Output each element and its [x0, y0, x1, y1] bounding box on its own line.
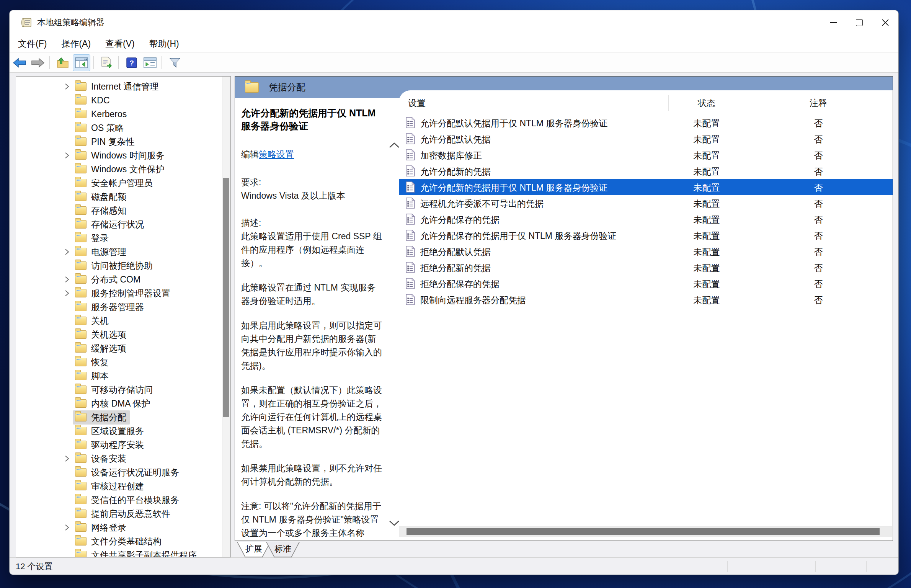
show-console-tree-button[interactable]: [73, 54, 90, 71]
tree-scrollbar[interactable]: [222, 77, 230, 557]
tree-item[interactable]: 内核 DMA 保护: [16, 397, 222, 410]
policy-setting-icon: [406, 117, 415, 128]
policy-row[interactable]: 远程机允许委派不可导出的凭据 未配置 否: [399, 195, 893, 211]
status-text: 12 个设置: [16, 561, 53, 572]
tree-item[interactable]: 文件分类基础结构: [16, 534, 222, 548]
policy-name: 限制向远程服务器分配凭据: [420, 294, 526, 306]
up-one-level-button[interactable]: [54, 55, 71, 71]
tree-item[interactable]: 恢复: [16, 355, 222, 369]
tree-item[interactable]: 访问被拒绝协助: [16, 259, 222, 273]
policy-row[interactable]: 加密数据库修正 未配置 否: [399, 147, 893, 163]
title-bar[interactable]: 本地组策略编辑器: [10, 10, 898, 35]
up-folder-icon: [56, 57, 69, 69]
settings-list: 设置 状态 注释: [399, 90, 893, 541]
svg-text:?: ?: [129, 59, 134, 67]
policy-row[interactable]: 限制向远程服务器分配凭据 未配置 否: [399, 292, 893, 308]
help-button[interactable]: ?: [123, 55, 140, 71]
tree-item-label: Windows 时间服务: [91, 150, 165, 162]
tree-item[interactable]: 区域设置服务: [16, 424, 222, 438]
close-button[interactable]: [872, 10, 898, 35]
policy-state: 未配置: [668, 182, 745, 194]
tree-item[interactable]: 凭据分配: [16, 410, 222, 424]
description-paragraph: 如果未配置（默认情况下）此策略设置，则在正确的相互身份验证之后，允许向运行在任何…: [241, 384, 382, 451]
menu-item[interactable]: 帮助(H): [143, 36, 185, 52]
tree-item[interactable]: 电源管理: [16, 245, 222, 259]
tab-standard[interactable]: 标准: [266, 542, 300, 557]
policy-row[interactable]: 允许分配新的凭据用于仅 NTLM 服务器身份验证 未配置 否: [399, 179, 893, 195]
column-header-state[interactable]: 状态: [668, 97, 745, 109]
policy-row[interactable]: 允许分配保存的凭据用于仅 NTLM 服务器身份验证 未配置 否: [399, 227, 893, 243]
policy-comment: 否: [745, 198, 892, 210]
chevron-down-icon: [389, 520, 400, 526]
tree-item[interactable]: 可移动存储访问: [16, 383, 222, 397]
policy-row[interactable]: 拒绝分配默认凭据 未配置 否: [399, 243, 893, 260]
tree-item[interactable]: 存储感知: [16, 204, 222, 217]
policy-row[interactable]: 允许分配保存的凭据 未配置 否: [399, 211, 893, 227]
tree-item[interactable]: 网络登录: [16, 521, 222, 534]
column-header-setting[interactable]: 设置: [408, 97, 426, 109]
tree-item[interactable]: 提前启动反恶意软件: [16, 507, 222, 521]
tree-scrollbar-thumb[interactable]: [223, 178, 229, 417]
tree-item[interactable]: 脚本: [16, 369, 222, 383]
tab-extended[interactable]: 扩展: [237, 542, 271, 557]
menu-item[interactable]: 文件(F): [12, 36, 53, 52]
filter-button[interactable]: [167, 55, 183, 71]
tree-item[interactable]: Kerberos: [16, 107, 222, 121]
export-list-button[interactable]: [98, 55, 115, 71]
forward-button[interactable]: [29, 55, 46, 71]
column-header-comment[interactable]: 注释: [745, 97, 892, 109]
tree-item[interactable]: OS 策略: [16, 121, 222, 135]
minimize-button[interactable]: [820, 10, 846, 35]
tree-item[interactable]: 服务器管理器: [16, 300, 222, 314]
policy-row[interactable]: 拒绝分配保存的凭据 未配置 否: [399, 276, 893, 292]
tree-item[interactable]: 驱动程序安装: [16, 438, 222, 452]
chevron-right-icon[interactable]: [61, 248, 73, 255]
toolbar-separator: [49, 56, 50, 69]
description-label: 描述:: [241, 216, 382, 230]
tree-item[interactable]: 磁盘配额: [16, 190, 222, 204]
edit-policy-setting-link[interactable]: 策略设置: [259, 149, 294, 159]
tree-item[interactable]: 关机选项: [16, 328, 222, 341]
policy-row[interactable]: 允许分配默认凭据 未配置 否: [399, 131, 893, 147]
tree-item[interactable]: 设备安装: [16, 452, 222, 466]
tree-item[interactable]: 审核过程创建: [16, 479, 222, 493]
minimize-icon: [830, 22, 837, 23]
chevron-right-icon[interactable]: [61, 83, 73, 90]
chevron-right-icon[interactable]: [61, 524, 73, 531]
tree-item[interactable]: Internet 通信管理: [16, 80, 222, 93]
menu-item[interactable]: 查看(V): [99, 36, 141, 52]
policy-row[interactable]: 允许分配默认凭据用于仅 NTLM 服务器身份验证 未配置 否: [399, 115, 893, 131]
tree-item-label: 存储运行状况: [91, 219, 144, 230]
tree-item[interactable]: Windows 时间服务: [16, 149, 222, 162]
tree-item-label: 缓解选项: [91, 343, 126, 354]
menu-item[interactable]: 操作(A): [55, 36, 97, 52]
policy-row[interactable]: 拒绝分配新的凭据 未配置 否: [399, 260, 893, 276]
horizontal-scrollbar-thumb[interactable]: [407, 528, 880, 535]
gpedit-app-icon: [21, 18, 32, 28]
policy-setting-icon: [406, 198, 415, 209]
policy-row[interactable]: 允许分配新的凭据 未配置 否: [399, 163, 893, 179]
tree-item[interactable]: 文件共享影子副本提供程序: [16, 548, 222, 557]
chevron-right-icon[interactable]: [61, 152, 73, 159]
tree-item[interactable]: 设备运行状况证明服务: [16, 466, 222, 479]
chevron-right-icon[interactable]: [61, 290, 73, 297]
chevron-right-icon[interactable]: [61, 276, 73, 283]
tree-item[interactable]: KDC: [16, 93, 222, 107]
tree-item[interactable]: 受信任的平台模块服务: [16, 493, 222, 507]
horizontal-scrollbar[interactable]: [399, 526, 892, 537]
policy-setting-icon: [406, 149, 415, 160]
tree-item[interactable]: 存储运行状况: [16, 217, 222, 231]
tree-item[interactable]: 安全帐户管理员: [16, 176, 222, 190]
tree-item[interactable]: Windows 文件保护: [16, 162, 222, 176]
tree-item[interactable]: 关机: [16, 314, 222, 328]
tree-item[interactable]: 分布式 COM: [16, 273, 222, 286]
tree-item[interactable]: 登录: [16, 231, 222, 245]
show-action-pane-button[interactable]: [142, 55, 158, 71]
tree-item[interactable]: 服务控制管理器设置: [16, 286, 222, 300]
back-button[interactable]: [11, 55, 28, 71]
chevron-right-icon[interactable]: [61, 455, 73, 462]
maximize-button[interactable]: [846, 10, 872, 35]
tree-item[interactable]: PIN 复杂性: [16, 135, 222, 149]
tree-item[interactable]: 缓解选项: [16, 341, 222, 355]
tree-item-label: 磁盘配额: [91, 191, 126, 203]
